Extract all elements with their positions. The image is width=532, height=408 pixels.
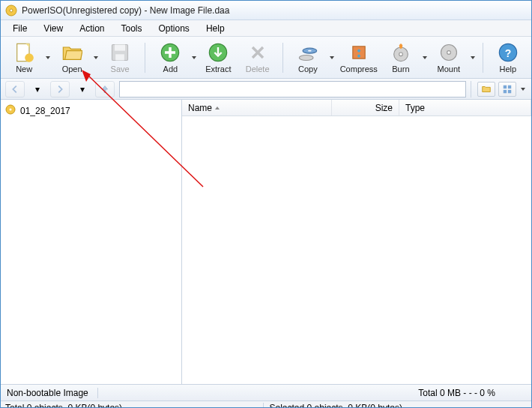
add-dropdown[interactable]	[191, 39, 199, 76]
nav-forward-button[interactable]	[50, 81, 70, 98]
col-size[interactable]: Size	[332, 100, 399, 116]
menu-tools[interactable]: Tools	[114, 22, 150, 35]
col-size-label: Size	[375, 103, 393, 113]
svg-point-11	[308, 50, 312, 51]
compress-icon	[348, 42, 369, 63]
help-label: Help	[499, 64, 516, 74]
open-label: Open	[62, 64, 82, 74]
compress-button[interactable]: Compress	[337, 39, 381, 76]
view-dropdown[interactable]	[519, 82, 527, 97]
extract-button[interactable]: Extract	[199, 39, 237, 76]
col-name[interactable]: Name	[182, 100, 332, 116]
mount-icon	[438, 42, 459, 63]
copy-icon	[297, 42, 318, 63]
svg-point-16	[447, 50, 451, 54]
col-name-label: Name	[188, 103, 212, 113]
save-icon	[109, 42, 130, 63]
nav-forward-dropdown[interactable]: ▾	[74, 81, 91, 98]
footer-info: Non-bootable Image Total 0 MB - - - 0 %	[1, 385, 531, 401]
svg-rect-20	[508, 85, 511, 88]
tree-item-label: 01_28_2017	[20, 106, 70, 116]
svg-point-1	[10, 9, 13, 12]
add-icon	[160, 42, 181, 63]
nav-back-button[interactable]	[5, 81, 25, 98]
status-total: Total 0 objects, 0 KB(0 bytes)	[5, 403, 264, 408]
copy-dropdown[interactable]	[328, 39, 336, 76]
boot-type: Non-bootable Image	[7, 388, 98, 398]
delete-label: Delete	[246, 64, 270, 74]
tree-item[interactable]: 01_28_2017	[4, 103, 178, 118]
svg-point-24	[10, 109, 12, 111]
help-icon: ?	[498, 42, 519, 63]
list-body[interactable]	[182, 116, 531, 384]
nav-back-dropdown[interactable]: ▾	[29, 81, 46, 98]
open-dropdown[interactable]	[92, 39, 100, 76]
compress-label: Compress	[340, 64, 378, 74]
navbar: ▾ ▾	[1, 79, 531, 100]
disc-icon	[5, 104, 16, 117]
col-type-label: Type	[405, 103, 425, 113]
menu-file[interactable]: File	[5, 22, 34, 35]
mount-dropdown[interactable]	[469, 39, 477, 76]
status-selected: Selected 0 objects, 0 KB(0 bytes)	[264, 403, 528, 408]
list-header: Name Size Type	[182, 100, 531, 116]
add-button[interactable]: Add	[151, 39, 189, 76]
burn-button[interactable]: Burn	[382, 39, 420, 76]
svg-point-3	[25, 53, 34, 62]
path-input[interactable]	[119, 81, 466, 98]
main-area: 01_28_2017 Name Size Type	[1, 100, 531, 385]
mount-button[interactable]: Mount	[430, 39, 468, 76]
svg-rect-22	[508, 89, 511, 92]
svg-point-14	[399, 52, 403, 56]
toolbar-separator	[483, 43, 483, 73]
svg-point-9	[299, 55, 313, 60]
statusbar: Total 0 objects, 0 KB(0 bytes) Selected …	[1, 401, 531, 408]
col-type[interactable]: Type	[399, 100, 531, 116]
new-file-icon	[13, 42, 34, 63]
burn-icon	[390, 42, 411, 63]
svg-rect-19	[504, 85, 507, 88]
add-label: Add	[163, 64, 178, 74]
save-label: Save	[111, 64, 130, 74]
view-list-button[interactable]	[498, 82, 516, 97]
new-button[interactable]: New	[5, 39, 43, 76]
list-panel: Name Size Type	[182, 100, 531, 384]
menu-help[interactable]: Help	[199, 22, 232, 35]
window-title: PowerISO(Unregistered copy) - New Image …	[22, 5, 229, 16]
svg-rect-5	[115, 44, 125, 50]
menu-view[interactable]: View	[36, 22, 70, 35]
menu-action[interactable]: Action	[72, 22, 112, 35]
help-button[interactable]: ? Help	[489, 39, 527, 76]
menu-options[interactable]: Options	[151, 22, 197, 35]
open-button[interactable]: Open	[53, 39, 91, 76]
new-label: New	[16, 64, 32, 74]
delete-icon	[247, 42, 268, 63]
app-icon	[5, 4, 17, 16]
copy-button[interactable]: Copy	[289, 39, 327, 76]
sort-ascending-icon	[215, 106, 220, 110]
burn-label: Burn	[392, 64, 409, 74]
toolbar: New Open Save Add Extract Delete Copy Co…	[1, 37, 531, 79]
burn-dropdown[interactable]	[421, 39, 429, 76]
titlebar: PowerISO(Unregistered copy) - New Image …	[1, 1, 531, 20]
new-dropdown[interactable]	[44, 39, 52, 76]
mount-label: Mount	[438, 64, 461, 74]
svg-rect-21	[504, 89, 507, 92]
copy-label: Copy	[298, 64, 318, 74]
save-button[interactable]: Save	[101, 39, 139, 76]
toolbar-separator	[145, 43, 145, 73]
view-folders-button[interactable]	[477, 82, 495, 97]
open-folder-icon	[61, 42, 82, 63]
toolbar-separator	[282, 43, 283, 73]
tree-panel[interactable]: 01_28_2017	[1, 100, 182, 384]
nav-up-button[interactable]	[95, 81, 115, 98]
extract-icon	[208, 42, 229, 63]
total-info: Total 0 MB - - - 0 %	[418, 388, 525, 398]
svg-rect-6	[115, 54, 124, 60]
extract-label: Extract	[205, 64, 231, 74]
delete-button[interactable]: Delete	[238, 39, 276, 76]
menubar: File View Action Tools Options Help	[1, 20, 531, 37]
svg-text:?: ?	[505, 46, 512, 58]
